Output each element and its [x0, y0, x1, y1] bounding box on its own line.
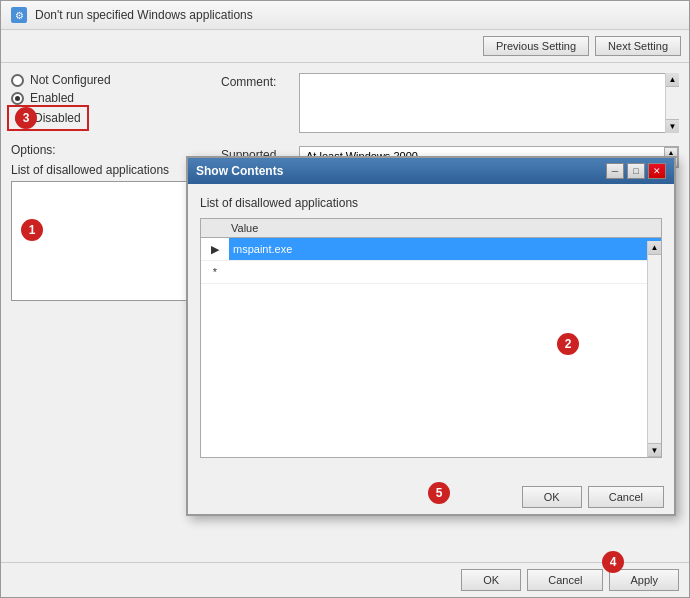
close-button[interactable]: ✕	[648, 163, 666, 179]
row-value-1[interactable]: mspaint.exe	[229, 238, 661, 260]
main-apply-button[interactable]: Apply	[609, 569, 679, 591]
show-contents-dialog: Show Contents ─ □ ✕ List of disallowed a…	[186, 156, 676, 516]
comment-label: Comment:	[221, 75, 291, 136]
table-header: Value	[201, 219, 661, 238]
radio-disabled-label: Disabled	[34, 111, 81, 125]
annotation-5: 5	[428, 482, 450, 504]
minimize-button[interactable]: ─	[606, 163, 624, 179]
main-cancel-button[interactable]: Cancel	[527, 569, 603, 591]
table-row-new[interactable]: *	[201, 261, 661, 284]
dialog-cancel-button[interactable]: Cancel	[588, 486, 664, 508]
next-setting-button[interactable]: Next Setting	[595, 36, 681, 56]
comment-section: Comment: ▲ ▼	[221, 73, 679, 136]
radio-not-configured-input[interactable]	[11, 74, 24, 87]
dialog-controls: ─ □ ✕	[606, 163, 666, 179]
prev-setting-button[interactable]: Previous Setting	[483, 36, 589, 56]
radio-not-configured[interactable]: Not Configured	[11, 73, 211, 87]
options-label: Options:	[11, 143, 211, 157]
table-wrapper: Value ▶ mspaint.exe *	[200, 218, 662, 458]
dialog-body: List of disallowed applications Value ▶ …	[188, 184, 674, 480]
main-dialog: ⚙ Don't run specified Windows applicatio…	[0, 0, 690, 598]
annotation-1: 1	[21, 219, 43, 241]
list-box[interactable]	[11, 181, 191, 301]
radio-not-configured-label: Not Configured	[30, 73, 111, 87]
dialog-title: Show Contents	[196, 164, 283, 178]
row-input-2[interactable]	[233, 266, 657, 278]
scroll-down[interactable]: ▼	[666, 119, 679, 133]
radio-enabled-label: Enabled	[30, 91, 74, 105]
left-panel: Not Configured Enabled Disabled 3 Option…	[11, 73, 211, 559]
list-box-label: List of disallowed applications	[11, 163, 211, 177]
dialog-ok-button[interactable]: OK	[522, 486, 582, 508]
table-scrollbar[interactable]: ▲ ▼	[647, 241, 661, 457]
scroll-up[interactable]: ▲	[666, 73, 679, 87]
radio-enabled-input[interactable]	[11, 92, 24, 105]
table-scroll-up[interactable]: ▲	[648, 241, 661, 255]
table-row[interactable]: ▶ mspaint.exe	[201, 238, 661, 261]
row-value-2[interactable]	[229, 261, 661, 283]
table-scroll-down[interactable]: ▼	[648, 443, 661, 457]
main-toolbar: Previous Setting Next Setting	[1, 30, 689, 63]
dialog-title-bar: Show Contents ─ □ ✕	[188, 158, 674, 184]
row-indicator-2: *	[201, 261, 229, 283]
annotation-2: 2	[557, 333, 579, 355]
settings-icon: ⚙	[11, 7, 27, 23]
annotation-3: 3	[15, 107, 37, 129]
table-header-value: Value	[231, 222, 258, 234]
maximize-button[interactable]: □	[627, 163, 645, 179]
main-footer: OK Cancel Apply	[1, 562, 689, 597]
main-ok-button[interactable]: OK	[461, 569, 521, 591]
radio-enabled[interactable]: Enabled	[11, 91, 211, 105]
comment-textarea[interactable]	[299, 73, 679, 133]
annotation-4: 4	[602, 551, 624, 573]
main-title-bar: ⚙ Don't run specified Windows applicatio…	[1, 1, 689, 30]
row-indicator-1: ▶	[201, 238, 229, 260]
main-title: Don't run specified Windows applications	[35, 8, 679, 22]
radio-group: Not Configured Enabled Disabled	[11, 73, 211, 131]
dialog-subtitle: List of disallowed applications	[200, 196, 662, 210]
